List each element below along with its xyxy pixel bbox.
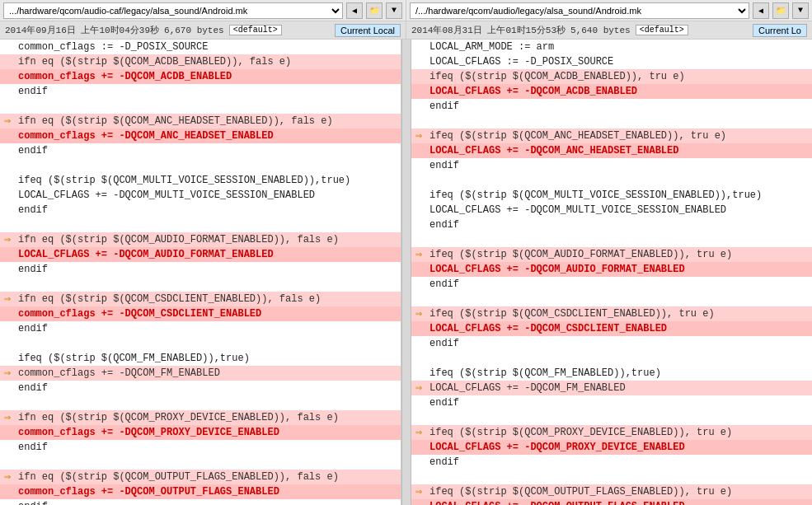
gutter-icon (0, 173, 15, 188)
table-row: endif (0, 440, 401, 455)
table-row (411, 470, 812, 484)
table-row (411, 114, 812, 129)
table-row: LOCAL_CFLAGS += -DQCOM_MULTI_VOICE_SESSI… (0, 188, 401, 203)
gutter-icon (0, 395, 15, 410)
table-row: ifeq ($(strip $(QCOM_MULTI_VOICE_SESSION… (0, 173, 401, 188)
line-content: LOCAL_CFLAGS += -DQCOM_AUDIO_FORMAT_ENAB… (15, 247, 401, 262)
line-content: endif (15, 84, 401, 99)
line-content (15, 99, 401, 114)
line-content: ifeq ($(strip $(QCOM_MULTI_VOICE_SESSION… (426, 188, 812, 203)
table-row: endif (411, 99, 812, 114)
left-path-select[interactable]: .../hardware/qcom/audio-caf/legacy/alsa_… (3, 2, 343, 19)
gutter-icon (411, 366, 426, 381)
line-content: ifeq ($(strip $(QCOM_FM_ENABLED)),true) (15, 351, 401, 366)
line-content (15, 336, 401, 351)
table-row: LOCAL_CFLAGS += -DQCOM_AUDIO_FORMAT_ENAB… (0, 247, 401, 262)
left-version[interactable]: <default> (229, 25, 282, 35)
left-diff-pane[interactable]: common_cflags := -D_POSIX_SOURCEifn eq (… (0, 40, 401, 505)
left-current-local-btn[interactable]: Current Local (335, 24, 401, 37)
line-content: common_cflags += -DQCOM_OUTPUT_FLAGS_ENA… (15, 484, 401, 499)
line-content: common_cflags := -D_POSIX_SOURCE (15, 40, 401, 54)
table-row (0, 395, 401, 410)
line-content: endif (426, 99, 812, 114)
table-row: ifeq ($(strip $(QCOM_FM_ENABLED)),true) (411, 366, 812, 381)
table-row: LOCAL_CFLAGS := -D_POSIX_SOURCE (411, 54, 812, 69)
right-diff-pane[interactable]: LOCAL_ARM_MODE := armLOCAL_CFLAGS := -D_… (411, 40, 812, 505)
gutter-icon (411, 410, 426, 425)
gutter-icon: ⇒ (411, 247, 426, 262)
line-content: endif (15, 381, 401, 395)
line-content: LOCAL_CFLAGS += -DQCOM_CSDCLIENT_ENABLED (426, 321, 812, 336)
table-row: ⇒ifn eq ($(strip $(QCOM_OUTPUT_FLAGS_ENA… (0, 470, 401, 484)
table-row: endif (411, 395, 812, 410)
content-area: common_cflags := -D_POSIX_SOURCEifn eq (… (0, 40, 812, 505)
left-menu-icon[interactable]: ▼ (386, 2, 402, 19)
line-content (426, 173, 812, 188)
right-nav-prev[interactable]: ◀ (753, 2, 769, 19)
right-folder-icon[interactable]: 📁 (772, 2, 789, 19)
gutter-icon (0, 499, 15, 505)
left-pane-header: .../hardware/qcom/audio-caf/legacy/alsa_… (0, 0, 406, 21)
line-content (426, 470, 812, 484)
gutter-icon: ⇒ (411, 129, 426, 143)
table-row: endif (411, 217, 812, 232)
table-row: endif (0, 143, 401, 158)
line-content (426, 292, 812, 306)
line-content: LOCAL_CFLAGS += -DQCOM_PROXY_DEVICE_ENAB… (426, 440, 812, 455)
right-version[interactable]: <default> (636, 25, 688, 35)
top-bar: .../hardware/qcom/audio-caf/legacy/alsa_… (0, 0, 812, 21)
line-content: endif (15, 440, 401, 455)
gutter-icon (0, 277, 15, 292)
right-path-select[interactable]: /.../hardware/qcom/audio/legacy/alsa_sou… (410, 2, 749, 19)
gutter-icon (411, 99, 426, 114)
gutter-icon (411, 188, 426, 203)
left-size: 6,670 bytes (164, 26, 224, 35)
right-size: 5,640 bytes (570, 26, 631, 35)
line-content: LOCAL_ARM_MODE := arm (426, 40, 812, 54)
table-row: ⇒ifn eq ($(strip $(QCOM_PROXY_DEVICE_ENA… (0, 410, 401, 425)
gutter-icon: ⇒ (0, 470, 15, 484)
line-content: ifeq ($(strip $(QCOM_FM_ENABLED)),true) (426, 366, 812, 381)
gutter-icon (411, 395, 426, 410)
table-row: common_cflags += -DQCOM_CSDCLIENT_ENABLE… (0, 306, 401, 321)
gutter-icon (411, 203, 426, 217)
right-current-local-btn[interactable]: Current Lo (753, 24, 807, 37)
line-content: common_cflags += -DQCOM_CSDCLIENT_ENABLE… (15, 306, 401, 321)
table-row: endif (0, 499, 401, 505)
gutter-icon (411, 336, 426, 351)
gutter-icon (0, 40, 15, 54)
gutter-icon: ⇒ (0, 232, 15, 247)
line-content: endif (426, 277, 812, 292)
table-row (0, 455, 401, 470)
gutter-icon (411, 470, 426, 484)
gutter-icon (0, 306, 15, 321)
gutter-icon (0, 54, 15, 69)
table-row: endif (0, 262, 401, 277)
line-content: ifn eq ($(strip $(QCOM_CSDCLIENT_ENABLED… (15, 292, 401, 306)
line-content: ifeq ($(strip $(QCOM_CSDCLIENT_ENABLED))… (426, 306, 812, 321)
gutter-icon (0, 217, 15, 232)
line-content: ifeq ($(strip $(QCOM_MULTI_VOICE_SESSION… (15, 173, 401, 188)
left-folder-icon[interactable]: 📁 (366, 2, 383, 19)
gutter-icon (411, 499, 426, 505)
gutter-icon: ⇒ (411, 306, 426, 321)
table-row: endif (411, 336, 812, 351)
left-nav-prev[interactable]: ◀ (346, 2, 363, 19)
gutter-icon (411, 54, 426, 69)
table-row: common_cflags += -DQCOM_ANC_HEADSET_ENAB… (0, 129, 401, 143)
table-row: LOCAL_CFLAGS += -DQCOM_MULTI_VOICE_SESSI… (411, 203, 812, 217)
gutter-icon (411, 217, 426, 232)
right-menu-icon[interactable]: ▼ (792, 2, 809, 19)
line-content: LOCAL_CFLAGS += -DQCOM_OUTPUT_FLAGS_ENAB… (426, 499, 812, 505)
table-row: LOCAL_CFLAGS += -DQCOM_PROXY_DEVICE_ENAB… (411, 440, 812, 455)
line-content: endif (426, 395, 812, 410)
gutter-icon (411, 114, 426, 129)
line-content: LOCAL_CFLAGS := -D_POSIX_SOURCE (426, 54, 812, 69)
table-row (411, 351, 812, 366)
gutter-icon: ⇒ (0, 114, 15, 129)
line-content: common_cflags += -DQCOM_ACDB_ENABLED (15, 69, 401, 84)
gutter-icon (0, 381, 15, 395)
table-row: ifeq ($(strip $(QCOM_ACDB_ENABLED)), tru… (411, 69, 812, 84)
line-content: LOCAL_CFLAGS += -DQCOM_FM_ENABLED (426, 381, 812, 395)
gutter-icon (411, 158, 426, 173)
